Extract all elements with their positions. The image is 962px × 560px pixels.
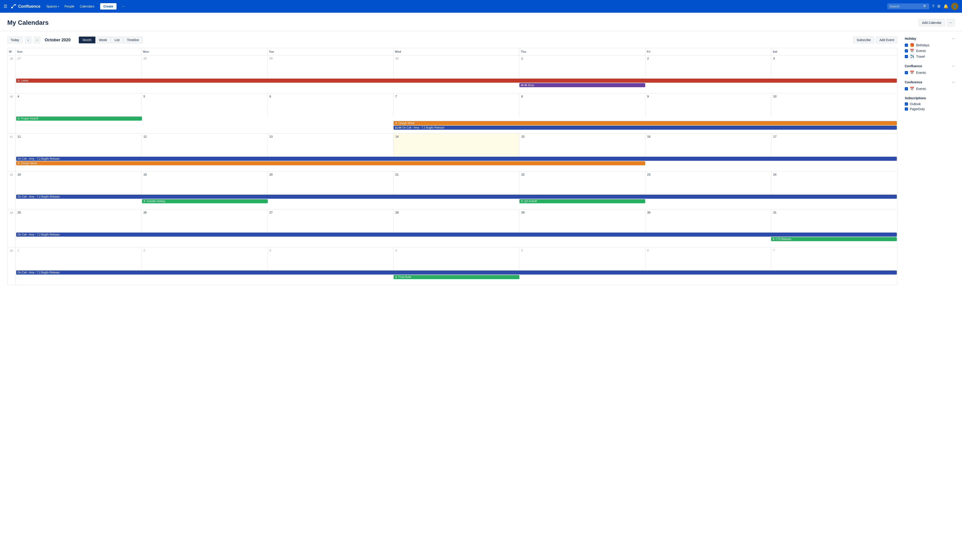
- travel-checkbox[interactable]: [905, 55, 908, 58]
- holiday-events-checkbox[interactable]: [905, 49, 908, 52]
- leave-event[interactable]: 🗓Leave: [16, 79, 897, 83]
- notifications-icon[interactable]: 🔔: [943, 4, 948, 9]
- day-6-nov[interactable]: 6: [646, 247, 772, 270]
- sidebar-conference-events[interactable]: 📅 Events: [905, 87, 955, 91]
- day-3-nov[interactable]: 3: [268, 247, 394, 270]
- oncall-event-44[interactable]: On Call - Amy - 7.2 Bugfix Release: [16, 271, 897, 274]
- mon-header: Mon: [142, 48, 268, 55]
- day-5-nov[interactable]: 5: [520, 247, 646, 270]
- day-5-oct[interactable]: 5: [142, 93, 268, 116]
- pagerduty-checkbox[interactable]: [905, 107, 908, 111]
- day-30-oct[interactable]: 30: [394, 55, 520, 78]
- day-1-nov[interactable]: 1: [16, 247, 142, 270]
- lts-release-event[interactable]: 🗓LTS Release: [771, 237, 897, 241]
- day-2-nov[interactable]: 2: [142, 247, 268, 270]
- hamburger-icon[interactable]: ☰: [4, 4, 7, 9]
- birthdays-checkbox[interactable]: [905, 44, 908, 47]
- installer-testing-event[interactable]: 🗓Installer testing: [142, 199, 268, 203]
- day-22-oct[interactable]: 22: [520, 171, 646, 194]
- day-29-oct[interactable]: 29: [520, 209, 646, 232]
- day-27-oct[interactable]: 27: [16, 55, 142, 78]
- day-25-oct[interactable]: 25: [16, 209, 142, 232]
- sidebar-birthdays[interactable]: 🎁 Birthdays: [905, 43, 955, 47]
- day-26-oct[interactable]: 26: [142, 209, 268, 232]
- view-week-tab[interactable]: Week: [95, 37, 111, 44]
- sidebar-outlook[interactable]: Outlook: [905, 102, 955, 106]
- nav-people[interactable]: People: [62, 3, 77, 10]
- next-button[interactable]: ›: [34, 37, 40, 44]
- conference-more-button[interactable]: ···: [952, 80, 955, 84]
- day-13-oct[interactable]: 13: [268, 134, 394, 156]
- day-24-oct[interactable]: 24: [771, 171, 897, 194]
- nav-spaces[interactable]: Spaces ▾: [44, 3, 61, 10]
- day-28-oct[interactable]: 28: [394, 209, 520, 232]
- sidebar-pagerduty[interactable]: PagerDuty: [905, 107, 955, 111]
- day-2-oct[interactable]: 2: [646, 55, 772, 78]
- subscribe-button[interactable]: Subscribe: [853, 37, 874, 44]
- more-options-button[interactable]: ···: [947, 19, 955, 26]
- day-20-oct[interactable]: 20: [268, 171, 394, 194]
- busy-event[interactable]: 20:30 Busy: [520, 83, 645, 87]
- day-9-oct[interactable]: 9: [646, 93, 772, 116]
- final-build-event[interactable]: 🗓Final Build: [394, 275, 520, 279]
- conference-events-checkbox[interactable]: [905, 87, 908, 90]
- confluence-more-button[interactable]: ···: [952, 64, 955, 68]
- create-button[interactable]: Create: [100, 3, 116, 10]
- day-23-oct[interactable]: 23: [646, 171, 772, 194]
- view-timeline-tab[interactable]: Timeline: [123, 37, 143, 44]
- project-kickoff-event[interactable]: 🗓Project Kickoff: [16, 116, 142, 121]
- day-16-oct[interactable]: 16: [646, 134, 772, 156]
- brand-logo[interactable]: Confluence: [11, 4, 40, 9]
- day-29-oct[interactable]: 29: [268, 55, 394, 78]
- help-icon[interactable]: ?: [932, 4, 934, 9]
- day-27-oct-w43[interactable]: 27: [268, 209, 394, 232]
- day-18-oct[interactable]: 18: [16, 171, 142, 194]
- prev-button[interactable]: ‹: [25, 37, 31, 44]
- oncall-event-42[interactable]: On Call - Amy - 7.2 Bugfix Release: [16, 195, 897, 199]
- oncall-event-41[interactable]: On Call - Amy - 7.2 Bugfix Release: [16, 157, 897, 161]
- nav-calendars[interactable]: Calendars: [77, 3, 97, 10]
- oncall-event-43[interactable]: On Call - Amy - 7.2 Bugfix Release: [16, 232, 897, 237]
- search-box[interactable]: 🔍: [887, 3, 929, 9]
- week-num-41: 41: [8, 134, 16, 171]
- day-11-oct[interactable]: 11: [16, 134, 142, 156]
- day-15-oct[interactable]: 15: [520, 134, 646, 156]
- design-week-event-41[interactable]: 🗓Design Week: [16, 161, 645, 165]
- day-30-oct[interactable]: 30: [646, 209, 772, 232]
- user-avatar[interactable]: 👤: [951, 3, 958, 10]
- add-calendar-button[interactable]: Add Calendar: [918, 19, 945, 26]
- confluence-events-checkbox[interactable]: [905, 71, 908, 74]
- sidebar-travel[interactable]: ✈️ Travel: [905, 54, 955, 58]
- settings-icon[interactable]: ⚙: [937, 4, 941, 9]
- sidebar-confluence-events[interactable]: 📅 Events: [905, 70, 955, 75]
- day-31-oct[interactable]: 31: [771, 209, 897, 232]
- view-month-tab[interactable]: Month: [79, 37, 95, 44]
- day-10-oct[interactable]: 10: [771, 93, 897, 116]
- day-1-oct[interactable]: 1: [520, 55, 646, 78]
- today-button[interactable]: Today: [7, 37, 23, 44]
- holiday-more-button[interactable]: ···: [952, 37, 955, 40]
- day-12-oct[interactable]: 12: [142, 134, 268, 156]
- day-19-oct[interactable]: 19: [142, 171, 268, 194]
- day-4-nov[interactable]: 4: [394, 247, 520, 270]
- day-6-oct[interactable]: 6: [268, 93, 394, 116]
- more-button[interactable]: ···: [120, 3, 127, 10]
- sidebar-holiday-events[interactable]: 📅 Events: [905, 48, 955, 53]
- day-8-oct[interactable]: 8: [520, 93, 646, 116]
- qa-kickoff-event[interactable]: 🗓QA Kickoff: [520, 199, 645, 203]
- day-7-oct[interactable]: 7: [394, 93, 520, 116]
- add-event-button[interactable]: Add Event: [876, 37, 897, 44]
- day-4-oct[interactable]: 4: [16, 93, 142, 116]
- day-14-oct[interactable]: 14: [394, 134, 520, 156]
- day-17-oct[interactable]: 17: [771, 134, 897, 156]
- day-3-oct[interactable]: 3: [771, 55, 897, 78]
- day-21-oct[interactable]: 21: [394, 171, 520, 194]
- page-title: My Calendars: [7, 19, 48, 26]
- outlook-checkbox[interactable]: [905, 102, 908, 106]
- day-28-oct[interactable]: 28: [142, 55, 268, 78]
- search-input[interactable]: [889, 5, 922, 8]
- design-week-event-40[interactable]: 🗓Design Week: [394, 121, 897, 125]
- view-list-tab[interactable]: List: [111, 37, 123, 44]
- oncall-event-40[interactable]: 21:00 On Call - Amy - 7.2 Bugfix Release: [394, 126, 897, 130]
- day-7-nov[interactable]: 7: [771, 247, 897, 270]
